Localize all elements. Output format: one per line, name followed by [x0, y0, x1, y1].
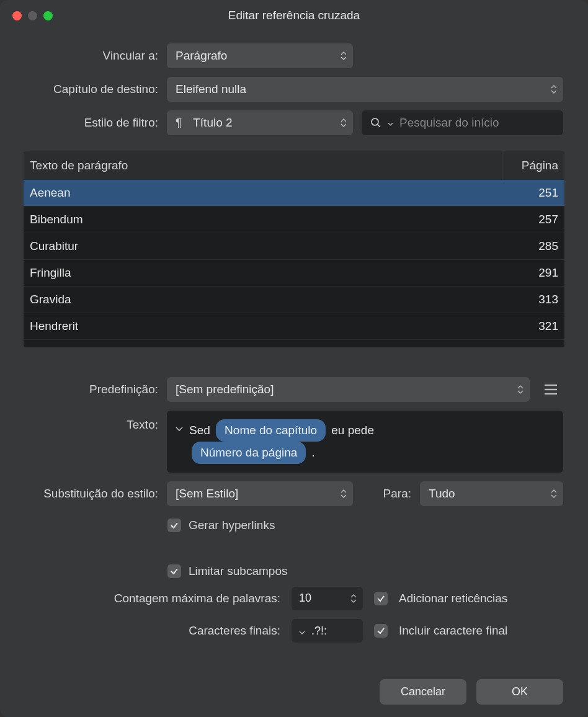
label-max-words: Contagem máxima de palavras:: [25, 592, 280, 605]
search-input[interactable]: [399, 116, 555, 130]
text-suffix: .: [312, 446, 315, 459]
dialog-window: Editar referência cruzada Vincular a: Pa…: [0, 0, 588, 717]
column-header-text[interactable]: Texto de parágrafo: [24, 151, 502, 180]
chevron-up-down-icon: [341, 118, 347, 127]
text-prefix: Sed: [189, 424, 210, 437]
field-pill-chapter-name[interactable]: Nome do capítulo: [216, 419, 326, 442]
table-row[interactable]: Curabitur285: [24, 233, 564, 260]
table-row[interactable]: Bibendum257: [24, 207, 564, 233]
paragraph-table: Texto de parágrafo Página Aenean251Biben…: [24, 151, 564, 347]
label-dest-chapter: Capítulo de destino:: [25, 82, 158, 96]
text-template-content: Sed Nome do capítulo eu pede Número da p…: [189, 419, 374, 464]
table-row[interactable]: Fringilla291: [24, 260, 564, 287]
search-input-container[interactable]: [362, 110, 563, 135]
cell-text: Curabitur: [24, 233, 502, 259]
dest-chapter-select[interactable]: Eleifend nulla: [167, 77, 563, 102]
checkbox-limit-subfields[interactable]: [167, 564, 181, 578]
cell-text: Bibendum: [24, 207, 502, 233]
checkbox-include-final[interactable]: [374, 624, 388, 638]
table-header: Texto de parágrafo Página: [24, 151, 564, 180]
label-end-chars: Caracteres finais:: [25, 624, 280, 638]
cell-page: 313: [502, 287, 564, 313]
ok-button[interactable]: OK: [476, 679, 563, 705]
filter-style-select[interactable]: ¶ Título 2: [167, 110, 353, 135]
dialog-buttons: Cancelar OK: [0, 667, 588, 717]
cell-page: 251: [502, 180, 564, 206]
label-gen-hyperlinks: Gerar hyperlinks: [189, 519, 275, 532]
svg-point-0: [372, 118, 378, 125]
label-limit-subfields: Limitar subcampos: [189, 564, 287, 578]
hamburger-icon: [544, 384, 558, 395]
for-value: Tudo: [429, 487, 455, 501]
cell-text: Aenean: [24, 180, 502, 206]
style-override-value: [Sem Estilo]: [176, 487, 238, 501]
preset-menu-button[interactable]: [538, 377, 563, 402]
label-link-to: Vincular a:: [25, 49, 158, 63]
end-chars-select[interactable]: .?!:: [292, 619, 363, 643]
cell-text: Gravida: [24, 287, 502, 313]
chevron-up-down-icon: [341, 51, 347, 60]
link-to-select[interactable]: Parágrafo: [167, 43, 353, 68]
chevron-up-down-icon: [551, 85, 557, 94]
preset-value: [Sem predefinição]: [176, 383, 274, 396]
chevron-up-down-icon: [517, 385, 523, 394]
label-add-ellipsis: Adicionar reticências: [399, 592, 507, 605]
label-for: Para:: [362, 487, 411, 501]
filter-style-value: Título 2: [193, 116, 232, 130]
pilcrow-icon: ¶: [176, 116, 182, 130]
cell-text: Hendrerit: [24, 313, 502, 339]
field-pill-page-number[interactable]: Número da página: [192, 442, 306, 464]
label-preset: Predefinição:: [25, 383, 158, 396]
label-style-override: Substituição do estilo:: [25, 487, 158, 501]
chevron-up-down-icon: [350, 594, 357, 603]
titlebar: Editar referência cruzada: [0, 0, 588, 31]
end-chars-value: .?!:: [311, 625, 327, 638]
chevron-up-down-icon: [341, 489, 347, 498]
text-template-field[interactable]: Sed Nome do capítulo eu pede Número da p…: [167, 411, 563, 473]
chevron-down-icon[interactable]: [176, 423, 183, 434]
cell-page: 285: [502, 233, 564, 259]
window-title: Editar referência cruzada: [0, 9, 588, 22]
check-icon: [170, 521, 179, 530]
label-include-final: Incluir caractere final: [399, 624, 507, 638]
table-row[interactable]: Aenean251: [24, 180, 564, 207]
preset-select[interactable]: [Sem predefinição]: [167, 377, 530, 402]
checkbox-add-ellipsis[interactable]: [374, 592, 388, 605]
table-body: Aenean251Bibendum257Curabitur285Fringill…: [24, 180, 564, 347]
style-override-select[interactable]: [Sem Estilo]: [167, 481, 353, 506]
search-icon: [370, 117, 381, 128]
table-row[interactable]: Gravida313: [24, 287, 564, 313]
max-words-value: 10: [299, 592, 311, 604]
table-row[interactable]: Hendrerit321: [24, 313, 564, 340]
svg-line-1: [378, 125, 380, 127]
label-filter-style: Estilo de filtro:: [25, 116, 158, 130]
chevron-down-icon: [388, 117, 393, 128]
check-icon: [376, 594, 385, 603]
for-select[interactable]: Tudo: [420, 481, 563, 506]
cell-page: 257: [502, 207, 564, 233]
max-words-stepper[interactable]: 10: [292, 587, 363, 610]
text-mid: eu pede: [331, 424, 374, 437]
chevron-up-down-icon: [551, 489, 557, 498]
content-area: Vincular a: Parágrafo Capítulo de destin…: [0, 31, 588, 655]
dest-chapter-value: Eleifend nulla: [176, 82, 246, 96]
cell-text: Fringilla: [24, 260, 502, 286]
column-header-page[interactable]: Página: [502, 151, 564, 180]
check-icon: [170, 567, 179, 576]
label-text: Texto:: [25, 411, 158, 432]
cell-page: 291: [502, 260, 564, 286]
cell-page: 321: [502, 313, 564, 339]
chevron-down-icon: [299, 625, 305, 638]
link-to-value: Parágrafo: [176, 49, 227, 63]
check-icon: [376, 626, 385, 635]
cancel-button[interactable]: Cancelar: [380, 679, 466, 705]
checkbox-gen-hyperlinks[interactable]: [167, 519, 181, 532]
